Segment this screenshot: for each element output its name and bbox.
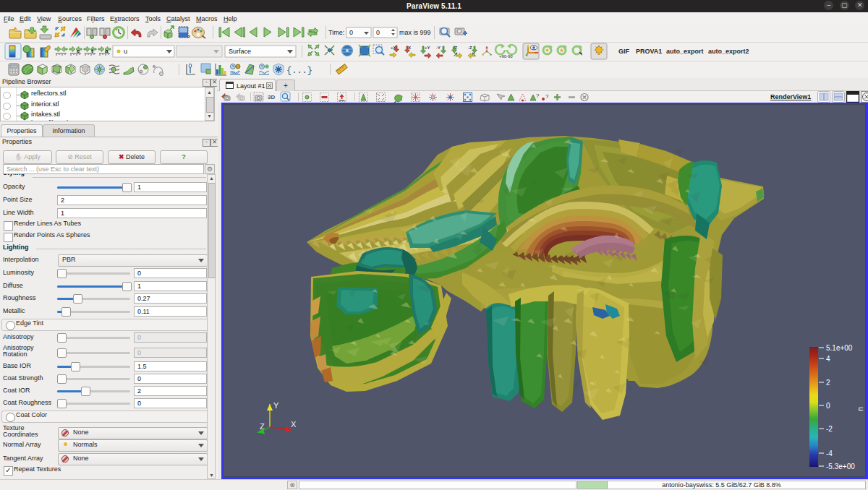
svg-text:auto_export2: auto_export2 <box>708 48 749 55</box>
svg-text:3D: 3D <box>268 94 275 100</box>
svg-text:0: 0 <box>376 29 380 36</box>
svg-text:-Z: -Z <box>468 46 472 50</box>
svg-text:auto_export: auto_export <box>666 48 704 55</box>
svg-text:Time:: Time: <box>328 29 344 36</box>
svg-text:-2: -2 <box>826 425 833 433</box>
svg-text:-90: -90 <box>506 54 513 59</box>
svg-text:GIF: GIF <box>618 48 630 55</box>
svg-text:5.1e+00: 5.1e+00 <box>826 344 853 352</box>
svg-text:RenderView1: RenderView1 <box>770 93 811 100</box>
svg-text:Z: Z <box>260 422 265 431</box>
svg-text:a: a <box>105 48 109 54</box>
svg-text:-5.3e+00: -5.3e+00 <box>826 463 855 470</box>
svg-text:c: c <box>77 48 80 54</box>
svg-text:max is 999: max is 999 <box>399 29 431 36</box>
svg-text:Surface: Surface <box>229 48 251 55</box>
svg-text:u: u <box>124 48 127 55</box>
svg-text:?: ? <box>536 93 540 99</box>
svg-text:?: ? <box>545 93 549 100</box>
svg-text:4: 4 <box>826 355 830 363</box>
svg-text:2: 2 <box>826 379 830 387</box>
svg-text:t: t <box>91 48 93 54</box>
svg-text:-4: -4 <box>826 450 833 457</box>
svg-text:X: X <box>291 420 297 429</box>
svg-text:u: u <box>857 407 865 411</box>
svg-text:Y: Y <box>273 401 279 410</box>
svg-text:0: 0 <box>826 402 830 410</box>
svg-text:0: 0 <box>349 29 353 36</box>
svg-text:{...}: {...} <box>286 66 312 76</box>
svg-text:-Y: -Y <box>436 46 441 50</box>
svg-text:+Y: +Y <box>425 46 430 50</box>
svg-text:PROVA1: PROVA1 <box>636 48 662 55</box>
